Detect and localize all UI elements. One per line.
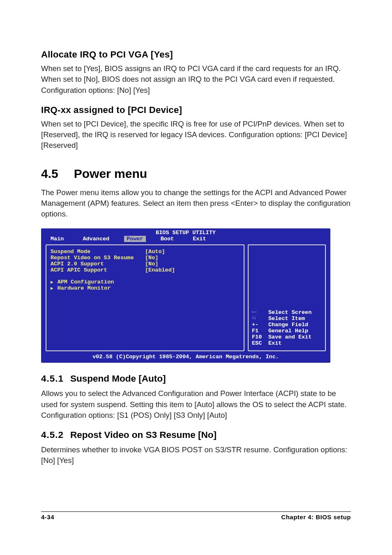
bios-tab-power[interactable]: Power bbox=[124, 236, 146, 242]
bios-title: BIOS SETUP UTILITY bbox=[42, 230, 329, 236]
bios-footer: v02.58 (C)Copyright 1985-2004, American … bbox=[42, 354, 329, 362]
page-footer: 4-34 Chapter 4: BIOS setup bbox=[41, 511, 351, 520]
help-text: Change Field bbox=[268, 322, 308, 328]
bios-item-value: [No] bbox=[145, 255, 158, 261]
sub-title: Suspend Mode [Auto] bbox=[70, 373, 166, 384]
body-repost-video: Determines whether to invoke VGA BIOS PO… bbox=[41, 444, 351, 466]
bios-item-suspend[interactable]: Suspend Mode [Auto] bbox=[51, 249, 240, 255]
bios-tab-boot[interactable]: Boot bbox=[157, 236, 178, 242]
body-allocate-irq: When set to [Yes], BIOS assigns an IRQ t… bbox=[41, 63, 351, 96]
bios-submenu-label: Hardware Monitor bbox=[58, 285, 111, 291]
sub-number: 4.5.1 bbox=[41, 373, 64, 384]
heading-number: 4.5 bbox=[41, 167, 58, 180]
body-irq-xx: When set to [PCI Device], the specific I… bbox=[41, 119, 351, 151]
bios-submenu-hw[interactable]: ▶ Hardware Monitor bbox=[51, 285, 240, 291]
body-suspend-mode: Allows you to select the Advanced Config… bbox=[41, 388, 351, 421]
bios-tab-bar: Main Advanced Power Boot Exit bbox=[42, 236, 329, 242]
help-key: F1 bbox=[252, 328, 268, 334]
bios-item-label: Suspend Mode bbox=[51, 249, 145, 255]
help-text: Select Screen bbox=[268, 309, 311, 315]
help-text: General Help bbox=[268, 328, 308, 334]
help-row: ←→ Select Screen bbox=[252, 309, 322, 315]
heading-irq-xx: IRQ-xx assigned to [PCI Device] bbox=[41, 105, 351, 115]
chapter-label: Chapter 4: BIOS setup bbox=[281, 514, 351, 520]
heading-power-menu: 4.5Power menu bbox=[41, 167, 351, 181]
sub-number: 4.5.2 bbox=[41, 430, 64, 440]
body-power-intro: The Power menu items allow you to change… bbox=[41, 187, 351, 220]
submenu-arrow-icon: ▶ bbox=[51, 279, 53, 285]
bios-item-acpi20[interactable]: ACPI 2.0 Support [No] bbox=[51, 261, 240, 267]
sub-title: Repost Video on S3 Resume [No] bbox=[70, 430, 217, 440]
help-key: F10 bbox=[252, 334, 268, 340]
page-number: 4-34 bbox=[41, 514, 54, 520]
bios-left-pane: Suspend Mode [Auto] Repost Video on S3 R… bbox=[46, 244, 244, 351]
help-row: F1 General Help bbox=[252, 328, 322, 334]
up-down-arrows-icon: ↑↓ bbox=[252, 315, 268, 322]
bios-tab-exit[interactable]: Exit bbox=[189, 236, 210, 242]
help-text: Save and Exit bbox=[268, 334, 311, 340]
bios-screenshot: BIOS SETUP UTILITY Main Advanced Power B… bbox=[41, 228, 330, 363]
heading-allocate-irq: Allocate IRQ to PCI VGA [Yes] bbox=[41, 49, 351, 60]
bios-help-pane: ←→ Select Screen ↑↓ Select Item +- Chang… bbox=[248, 244, 326, 351]
help-text: Exit bbox=[268, 340, 281, 346]
help-row: ESC Exit bbox=[252, 340, 322, 346]
heading-title: Power menu bbox=[74, 167, 147, 180]
help-row: F10 Save and Exit bbox=[252, 334, 322, 340]
bios-tab-main[interactable]: Main bbox=[46, 236, 68, 242]
bios-help-list: ←→ Select Screen ↑↓ Select Item +- Chang… bbox=[252, 309, 322, 346]
bios-item-value: [No] bbox=[145, 261, 158, 267]
submenu-arrow-icon: ▶ bbox=[51, 286, 53, 291]
bios-item-value: [Enabled] bbox=[145, 267, 175, 273]
bios-item-acpi-apic[interactable]: ACPI APIC Support [Enabled] bbox=[51, 267, 240, 273]
bios-body: Suspend Mode [Auto] Repost Video on S3 R… bbox=[42, 242, 329, 354]
bios-item-label: Repost Video on S3 Resume bbox=[51, 255, 145, 261]
heading-repost-video: 4.5.2Repost Video on S3 Resume [No] bbox=[41, 430, 351, 440]
bios-submenu-apm[interactable]: ▶ APM Configuration bbox=[51, 279, 240, 285]
help-text: Select Item bbox=[268, 315, 305, 322]
bios-submenu-label: APM Configuration bbox=[58, 279, 114, 285]
bios-item-value: [Auto] bbox=[145, 249, 165, 255]
help-key: ESC bbox=[252, 340, 268, 346]
bios-item-label: ACPI APIC Support bbox=[51, 267, 145, 273]
bios-item-label: ACPI 2.0 Support bbox=[51, 261, 145, 267]
heading-suspend-mode: 4.5.1Suspend Mode [Auto] bbox=[41, 373, 351, 384]
left-right-arrows-icon: ←→ bbox=[252, 309, 268, 315]
help-row: +- Change Field bbox=[252, 322, 322, 328]
bios-tab-advanced[interactable]: Advanced bbox=[78, 236, 113, 242]
help-key: +- bbox=[252, 322, 268, 328]
help-row: ↑↓ Select Item bbox=[252, 315, 322, 322]
bios-item-repost[interactable]: Repost Video on S3 Resume [No] bbox=[51, 255, 240, 261]
